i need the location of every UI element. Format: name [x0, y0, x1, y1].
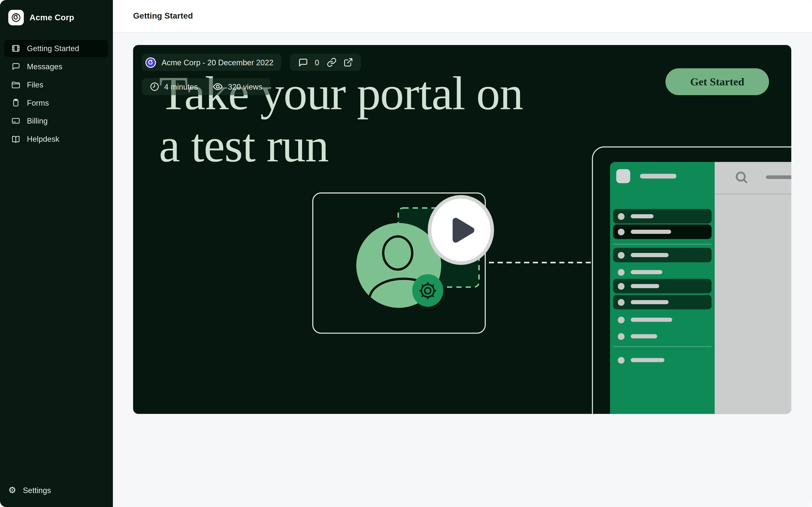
sidebar-item-files[interactable]: Files: [4, 76, 108, 93]
mock-nav-item: [613, 354, 712, 366]
mock-nav-item: [613, 266, 712, 278]
mock-nav-item: [613, 314, 712, 326]
mock-content: [715, 162, 791, 414]
hero-illustration: [133, 45, 791, 414]
placeholder-dot: [618, 357, 625, 363]
placeholder-bar: [631, 253, 669, 257]
hero-badge-row: Acme Corp - 20 December 2022 0: [142, 54, 361, 71]
placeholder-dot: [618, 333, 625, 340]
mock-nav-item: [613, 331, 712, 342]
sidebar-item-getting-started[interactable]: Getting Started: [4, 40, 108, 57]
settings-label: Settings: [23, 486, 51, 495]
placeholder-bar: [631, 284, 659, 288]
credit-card-icon: [11, 116, 20, 125]
screen: Acme Corp Getting Started Messages: [0, 0, 812, 507]
sidebar-item-label: Messages: [27, 62, 62, 71]
sidebar-nav: Getting Started Messages Files: [0, 40, 113, 149]
eye-icon: [212, 81, 223, 92]
mock-nav-item: [613, 248, 712, 262]
page-title: Getting Started: [133, 11, 193, 21]
play-icon: [452, 217, 475, 243]
sidebar: Acme Corp Getting Started Messages: [0, 0, 113, 507]
mock-nav-item: [613, 295, 712, 309]
sidebar-item-forms[interactable]: Forms: [4, 94, 108, 111]
folder-icon: [11, 80, 20, 89]
comment-icon[interactable]: [298, 57, 308, 68]
sidebar-item-helpdesk[interactable]: Helpdesk: [4, 130, 108, 148]
sidebar-item-billing[interactable]: Billing: [4, 112, 108, 129]
content-area: Getting Started Take your portal on a te…: [113, 0, 812, 507]
source-badge-label: Acme Corp - 20 December 2022: [161, 58, 273, 67]
swirl-logo-icon: [11, 12, 21, 23]
mock-search-row: [734, 170, 791, 184]
play-button[interactable]: [428, 195, 494, 265]
search-icon: [734, 170, 748, 184]
placeholder-dot: [618, 283, 625, 289]
brand-logo: [8, 10, 24, 25]
client-portal-app: Acme Corp Getting Started Messages: [0, 0, 812, 507]
dashed-connector: [489, 262, 592, 263]
read-time: 4 minutes: [164, 82, 198, 91]
placeholder-bar: [631, 270, 662, 274]
mock-nav-item: [613, 209, 712, 224]
source-badge: Acme Corp - 20 December 2022: [142, 54, 281, 71]
chat-icon: [11, 62, 20, 71]
sidebar-item-label: Files: [27, 80, 43, 89]
views-count: 320 views: [228, 82, 262, 91]
main-panel: Take your portal on a test run Acme Corp…: [113, 33, 812, 507]
placeholder-dot: [618, 317, 625, 323]
sidebar-item-settings[interactable]: ⚙ Settings: [0, 482, 113, 499]
mock-divider: [613, 243, 712, 245]
placeholder-bar: [631, 358, 664, 362]
placeholder-bar: [631, 230, 671, 234]
placeholder-bar: [631, 214, 654, 218]
placeholder-bar: [631, 300, 669, 304]
placeholder-bar: [631, 334, 657, 338]
brand-name: Acme Corp: [30, 13, 74, 22]
external-link-icon[interactable]: [343, 57, 353, 67]
mock-logo-placeholder: [616, 169, 630, 183]
gear-icon: ⚙: [8, 486, 16, 495]
mock-nav-item-selected: [613, 225, 712, 239]
book-icon: [11, 134, 20, 144]
placeholder-dot: [618, 299, 625, 305]
sidebar-item-label: Billing: [27, 116, 48, 125]
placeholder-dot: [618, 213, 625, 220]
avatar-gear-badge: [412, 274, 443, 307]
placeholder-bar: [766, 175, 791, 179]
placeholder-dot: [618, 269, 625, 276]
sidebar-item-label: Getting Started: [27, 44, 79, 53]
mock-content-divider: [715, 193, 791, 194]
comments-count: 0: [315, 58, 319, 67]
link-icon[interactable]: [327, 57, 337, 67]
film-icon: [11, 44, 20, 53]
get-started-button[interactable]: Get Started: [665, 68, 769, 95]
mock-window: [610, 162, 791, 414]
top-bar: Getting Started: [113, 0, 812, 33]
mock-divider: [613, 346, 712, 347]
mock-sidebar: [610, 162, 715, 414]
sidebar-bottom: ⚙ Settings: [0, 482, 113, 507]
mock-sidebar-header: [616, 169, 714, 183]
hero-meta: 4 minutes 320 views: [142, 78, 270, 95]
sidebar-item-messages[interactable]: Messages: [4, 58, 108, 75]
brand: Acme Corp: [0, 0, 113, 33]
hero-actions: 0: [290, 54, 361, 71]
getting-started-hero-card: Take your portal on a test run Acme Corp…: [133, 45, 791, 414]
sidebar-item-label: Helpdesk: [27, 134, 59, 144]
placeholder-bar: [631, 318, 672, 322]
mock-nav-item: [613, 279, 712, 293]
placeholder-bar: [640, 174, 676, 178]
placeholder-dot: [618, 228, 625, 235]
gear-outline-icon: [416, 279, 439, 302]
clipboard-icon: [11, 98, 20, 107]
acme-logo-icon: [145, 57, 156, 68]
clock-icon: [150, 82, 160, 92]
placeholder-dot: [618, 251, 625, 258]
sidebar-item-label: Forms: [27, 98, 49, 107]
